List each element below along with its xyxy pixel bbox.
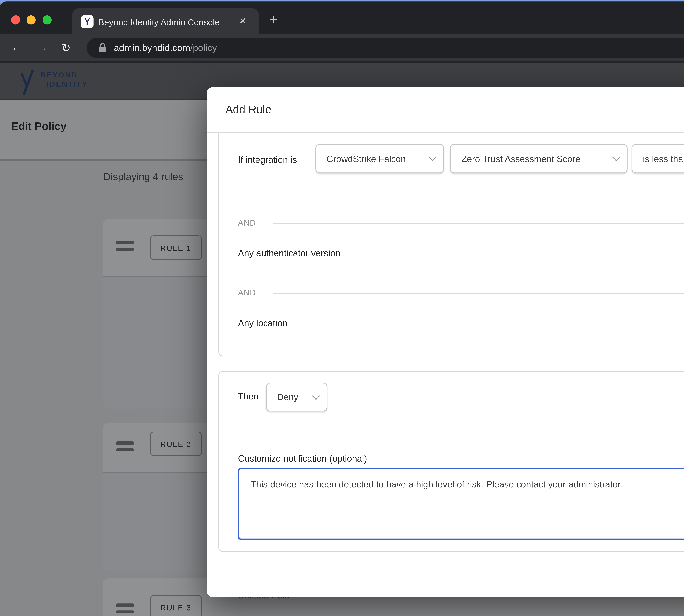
- notification-label: Customize notification (optional): [238, 453, 367, 464]
- and-label: AND: [238, 219, 256, 227]
- rule-badge: RULE 2: [150, 432, 202, 456]
- tab-bar: Y Beyond Identity Admin Console ✕ +: [0, 1, 684, 34]
- attribute-value: Zero Trust Assessment Score: [461, 153, 580, 164]
- new-tab-button[interactable]: +: [269, 11, 278, 28]
- action-value: Deny: [277, 392, 298, 402]
- rule-badge: RULE 3: [150, 595, 202, 616]
- operator-select[interactable]: is less than: [632, 144, 684, 173]
- close-window-button[interactable]: [11, 15, 20, 24]
- chevron-down-icon: [612, 153, 619, 161]
- url-host: admin.byndid.com: [114, 43, 190, 53]
- url-bar[interactable]: admin.byndid.com/policy: [87, 38, 684, 58]
- url-path: /policy: [190, 43, 217, 53]
- tab-favicon-icon: Y: [81, 15, 94, 28]
- integration-value: CrowdStrike Falcon: [327, 153, 406, 164]
- rule-badge: RULE 1: [150, 235, 202, 260]
- rules-summary: Displaying 4 rules: [103, 171, 183, 182]
- tab-close-icon[interactable]: ✕: [240, 16, 246, 26]
- brand-wordmark: BEYOND IDENTITY: [41, 70, 88, 89]
- minimize-window-button[interactable]: [26, 15, 36, 24]
- modal-header: Add Rule: [207, 87, 684, 133]
- reload-icon[interactable]: ↻: [62, 41, 71, 54]
- if-integration-label: If integration is: [238, 154, 297, 165]
- and-divider: [273, 223, 684, 224]
- action-select[interactable]: Deny: [266, 383, 327, 411]
- location-condition: Any location: [238, 318, 288, 328]
- browser-tab[interactable]: Y Beyond Identity Admin Console ✕: [72, 8, 259, 35]
- integration-select[interactable]: CrowdStrike Falcon: [316, 144, 444, 173]
- lock-icon: [98, 43, 107, 53]
- url-text: admin.byndid.com/policy: [114, 43, 217, 53]
- page-title: Edit Policy: [11, 120, 67, 133]
- attribute-select[interactable]: Zero Trust Assessment Score: [450, 144, 628, 173]
- brand-line1: BEYOND: [41, 70, 88, 80]
- drag-handle-icon[interactable]: [116, 241, 134, 254]
- and-label: AND: [238, 288, 256, 297]
- back-icon[interactable]: ←: [11, 41, 22, 54]
- chevron-down-icon: [429, 153, 436, 161]
- operator-value: is less than: [643, 153, 684, 164]
- modal-title: Add Rule: [225, 103, 271, 116]
- and-divider: [273, 293, 684, 294]
- add-rule-modal: Add Rule If integration is CrowdStrike F…: [207, 87, 684, 597]
- zoom-window-button[interactable]: [43, 15, 51, 24]
- forward-icon[interactable]: →: [36, 41, 47, 54]
- chevron-down-icon: [312, 392, 319, 399]
- browser-window: Y Beyond Identity Admin Console ✕ + ← → …: [0, 0, 684, 616]
- drag-handle-icon[interactable]: [116, 441, 134, 455]
- authenticator-condition: Any authenticator version: [238, 248, 340, 259]
- tab-title: Beyond Identity Admin Console: [98, 18, 235, 29]
- drag-handle-icon[interactable]: [116, 603, 134, 616]
- beyond-identity-logo-icon: [17, 68, 36, 96]
- notification-textarea[interactable]: This device has been detected to have a …: [238, 468, 684, 540]
- brand-line2: IDENTITY: [47, 80, 88, 89]
- browser-toolbar: ← → ↻ admin.byndid.com/policy ☆ Incognit…: [0, 34, 684, 63]
- then-label: Then: [238, 391, 259, 402]
